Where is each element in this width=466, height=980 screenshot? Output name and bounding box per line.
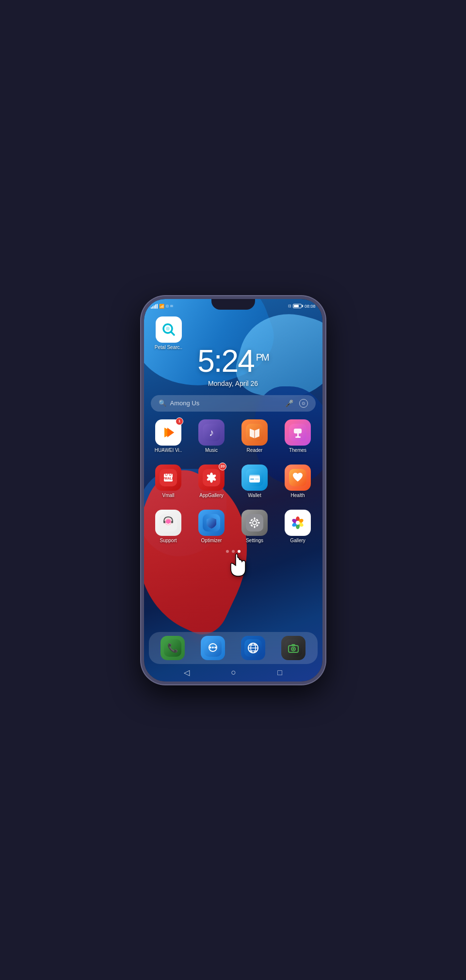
battery-icon bbox=[293, 304, 303, 308]
content-area: Petal Searc.. 5:24PM Monday, April 26 🔍 … bbox=[144, 312, 322, 681]
app-item-health[interactable]: Health bbox=[278, 465, 318, 498]
nav-recents-button[interactable]: □ bbox=[277, 668, 282, 677]
search-magnify-icon: 🔍 bbox=[159, 399, 166, 407]
svg-rect-45 bbox=[249, 522, 252, 523]
svg-text:♪: ♪ bbox=[209, 427, 214, 438]
settings-icon bbox=[241, 510, 268, 536]
appgallery-label: AppGallery bbox=[199, 493, 223, 498]
phone-screen: 📶 ⊡ ✉ ⊡ 08:08 bbox=[144, 299, 322, 681]
clock-date: Monday, April 26 bbox=[144, 380, 322, 387]
status-left: 📶 ⊡ ✉ bbox=[151, 304, 173, 309]
nav-bar: ◁ ○ □ bbox=[144, 664, 322, 681]
svg-point-42 bbox=[253, 521, 256, 524]
vmall-icon: VMALL bbox=[155, 465, 181, 491]
phone-frame: 📶 ⊡ ✉ ⊡ 08:08 bbox=[141, 296, 325, 684]
svg-rect-43 bbox=[254, 517, 256, 520]
camera-search-icon[interactable]: ⊙ bbox=[299, 399, 308, 408]
nav-home-button[interactable]: ○ bbox=[231, 667, 236, 678]
svg-point-58 bbox=[296, 521, 300, 525]
app-grid-row2: VMALL Vmall bbox=[144, 457, 322, 502]
top-app-petal[interactable]: Petal Searc.. bbox=[152, 316, 186, 350]
app-item-music[interactable]: ♪ Music bbox=[192, 419, 231, 453]
svg-rect-19 bbox=[169, 473, 171, 476]
wallet-label: Wallet bbox=[248, 493, 261, 498]
app-item-optimizer[interactable]: Optimizer bbox=[192, 510, 231, 543]
cursor-hand-pointer bbox=[226, 551, 250, 584]
vibrate-icon: ⊡ bbox=[288, 304, 291, 308]
svg-point-3 bbox=[166, 327, 170, 331]
optimizer-label: Optimizer bbox=[201, 538, 222, 543]
dock-browser[interactable] bbox=[241, 636, 265, 660]
dock-messages[interactable] bbox=[201, 636, 225, 660]
settings-icon-wrapper bbox=[241, 510, 268, 536]
support-icon-wrapper bbox=[155, 510, 181, 536]
notification-icon: ✉ bbox=[170, 304, 173, 308]
app-item-appgallery[interactable]: 20 AppGallery bbox=[192, 465, 231, 498]
svg-point-67 bbox=[214, 647, 216, 648]
gallery-label: Gallery bbox=[290, 538, 305, 543]
app-item-vmall[interactable]: VMALL Vmall bbox=[149, 465, 188, 498]
gallery-icon-wrapper bbox=[285, 510, 311, 536]
music-icon-wrapper: ♪ bbox=[198, 419, 225, 446]
themes-icon-wrapper bbox=[285, 419, 311, 446]
music-icon: ♪ bbox=[198, 419, 225, 446]
signal-icon bbox=[151, 304, 158, 309]
data-icon: ⊡ bbox=[166, 304, 169, 308]
themes-label: Themes bbox=[289, 448, 306, 453]
health-icon-wrapper bbox=[285, 465, 311, 491]
reader-label: Reader bbox=[247, 448, 263, 453]
huawei-video-badge: 1 bbox=[176, 417, 183, 425]
search-bar[interactable]: 🔍 Among Us 🎤 ⊙ bbox=[151, 395, 316, 412]
svg-rect-31 bbox=[250, 479, 254, 480]
app-item-huawei-video[interactable]: 1 HUAWEI Vi.. bbox=[149, 419, 188, 453]
app-item-reader[interactable]: Reader bbox=[235, 419, 274, 453]
themes-icon bbox=[285, 419, 311, 446]
camera-app-icon[interactable] bbox=[281, 636, 305, 660]
svg-rect-37 bbox=[163, 521, 165, 523]
svg-text:VMALL: VMALL bbox=[162, 477, 175, 480]
search-icons: 🎤 ⊙ bbox=[285, 399, 308, 408]
settings-label: Settings bbox=[246, 538, 263, 543]
support-label: Support bbox=[160, 538, 177, 543]
app-item-support[interactable]: Support bbox=[149, 510, 188, 543]
wallet-icon-wrapper bbox=[241, 465, 268, 491]
dock-phone[interactable]: 📞 bbox=[161, 636, 185, 660]
svg-point-77 bbox=[292, 648, 294, 650]
svg-rect-38 bbox=[171, 521, 173, 523]
clock-time: 5:24PM bbox=[144, 346, 322, 377]
search-placeholder: Among Us bbox=[170, 399, 281, 407]
browser-icon[interactable] bbox=[241, 636, 265, 660]
music-label: Music bbox=[205, 448, 218, 453]
svg-rect-13 bbox=[297, 433, 299, 437]
health-icon bbox=[285, 465, 311, 491]
gallery-icon bbox=[285, 510, 311, 536]
svg-rect-14 bbox=[295, 436, 301, 438]
wallet-icon bbox=[241, 465, 268, 491]
optimizer-icon-wrapper bbox=[198, 510, 225, 536]
svg-point-66 bbox=[212, 647, 214, 648]
dock: 📞 bbox=[149, 632, 318, 664]
nav-back-button[interactable]: ◁ bbox=[184, 668, 190, 677]
petal-search-label: Petal Searc.. bbox=[155, 345, 182, 350]
app-item-wallet[interactable]: Wallet bbox=[235, 465, 274, 498]
app-item-settings[interactable]: Settings bbox=[235, 510, 274, 543]
petal-search-icon[interactable] bbox=[156, 316, 182, 343]
dock-camera[interactable] bbox=[281, 636, 305, 660]
app-item-themes[interactable]: Themes bbox=[278, 419, 318, 453]
app-item-gallery[interactable]: Gallery bbox=[278, 510, 318, 543]
app-grid-row3: Support bbox=[144, 502, 322, 547]
reader-icon-wrapper bbox=[241, 419, 268, 446]
svg-rect-32 bbox=[255, 479, 259, 480]
app-grid-row1: 1 HUAWEI Vi.. bbox=[144, 412, 322, 457]
wifi-icon: 📶 bbox=[159, 304, 164, 309]
huawei-video-icon-wrapper: 1 bbox=[155, 419, 181, 446]
support-icon bbox=[155, 510, 181, 536]
mic-icon[interactable]: 🎤 bbox=[285, 399, 293, 407]
optimizer-icon bbox=[198, 510, 225, 536]
vmall-icon-wrapper: VMALL bbox=[155, 465, 181, 491]
huawei-video-label: HUAWEI Vi.. bbox=[155, 448, 182, 453]
health-label: Health bbox=[291, 493, 305, 498]
messages-icon[interactable] bbox=[201, 636, 225, 660]
svg-point-65 bbox=[209, 647, 211, 648]
phone-call-icon[interactable]: 📞 bbox=[161, 636, 185, 660]
